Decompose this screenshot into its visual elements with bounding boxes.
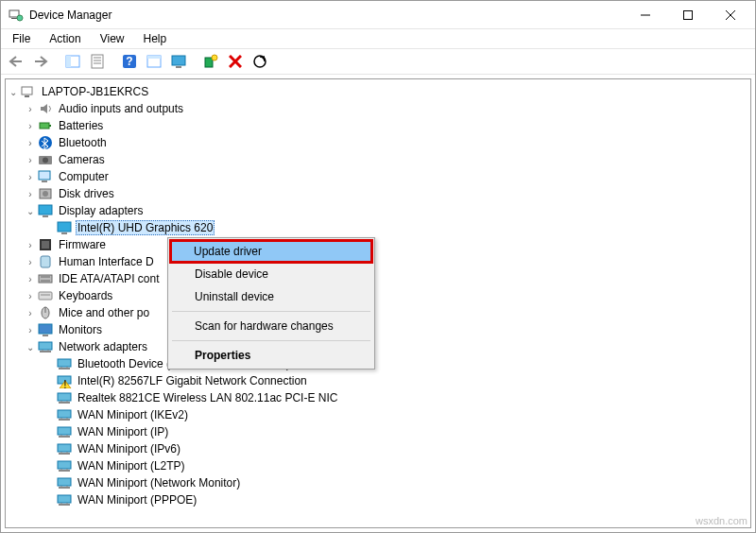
category-row[interactable]: ›Firmware	[6, 236, 750, 253]
context-item[interactable]: Scan for hardware changes	[170, 315, 372, 337]
minimize-button[interactable]	[624, 2, 666, 28]
expand-icon[interactable]: ›	[25, 103, 36, 114]
context-separator	[172, 311, 370, 312]
category-row[interactable]: ›IDE ATA/ATAPI cont	[6, 270, 750, 287]
context-item[interactable]: Properties	[170, 344, 372, 367]
category-row[interactable]: ⌄Display adapters	[6, 202, 750, 219]
svg-rect-27	[49, 125, 51, 127]
device-tree[interactable]: ⌄LAPTOP-JB1EKRCS›Audio inputs and output…	[5, 78, 751, 528]
expand-icon[interactable]: ›	[25, 256, 36, 267]
category-row[interactable]: ›Monitors	[6, 321, 750, 338]
expand-icon[interactable]: ›	[25, 273, 36, 284]
context-item[interactable]: Disable device	[170, 263, 372, 285]
maximize-button[interactable]	[666, 2, 709, 28]
network-icon	[57, 441, 72, 456]
svg-rect-8	[66, 56, 71, 67]
category-row[interactable]: ⌄Network adapters	[6, 338, 750, 355]
device-row[interactable]: WAN Miniport (IKEv2)	[6, 406, 750, 423]
help-button[interactable]: ?	[118, 50, 141, 73]
svg-rect-36	[43, 215, 48, 217]
category-label: Firmware	[57, 238, 108, 251]
expand-icon[interactable]: ›	[25, 120, 36, 131]
network-icon	[57, 407, 72, 422]
svg-rect-26	[40, 123, 49, 129]
expand-icon[interactable]: ⌄	[25, 205, 36, 216]
device-label: WAN Miniport (IP)	[76, 425, 170, 438]
category-label: Disk drives	[57, 187, 116, 200]
svg-rect-18	[176, 66, 181, 68]
device-row[interactable]: WAN Miniport (Network Monitor)	[6, 474, 750, 491]
svg-rect-77	[58, 461, 71, 469]
menu-action[interactable]: Action	[42, 30, 88, 47]
context-item[interactable]: Update driver	[169, 239, 373, 264]
svg-rect-85	[58, 495, 71, 503]
context-menu: Update driverDisable deviceUninstall dev…	[167, 237, 375, 370]
network-icon	[57, 492, 72, 507]
expand-icon[interactable]: ›	[25, 290, 36, 301]
forward-button[interactable]	[29, 50, 52, 73]
window-title: Device Manager	[29, 9, 624, 22]
firmware-icon	[38, 237, 53, 252]
category-row[interactable]: ›Computer	[6, 168, 750, 185]
device-row[interactable]: WAN Miniport (IP)	[6, 423, 750, 440]
category-row[interactable]: ›Disk drives	[6, 185, 750, 202]
svg-rect-78	[59, 470, 70, 472]
device-row[interactable]: Bluetooth Device (Personal Area Network)	[6, 355, 750, 372]
menu-view[interactable]: View	[93, 30, 132, 47]
scan-hardware-button[interactable]	[249, 50, 271, 73]
network-icon	[38, 339, 53, 354]
category-row[interactable]: ›Cameras	[6, 151, 750, 168]
monitor-icon	[38, 322, 53, 337]
bluetooth-icon	[38, 135, 53, 150]
device-row[interactable]: !Intel(R) 82567LF Gigabit Network Connec…	[6, 372, 750, 389]
expand-icon[interactable]: ›	[25, 188, 36, 199]
device-row[interactable]: Realtek 8821CE Wireless LAN 802.11ac PCI…	[6, 389, 750, 406]
expand-icon[interactable]: ›	[25, 307, 36, 318]
category-label: Network adapters	[57, 340, 149, 353]
expand-icon[interactable]: ›	[25, 239, 36, 250]
svg-rect-51	[39, 342, 52, 350]
collapse-icon[interactable]: ⌄	[8, 86, 19, 97]
expand-icon[interactable]: ›	[25, 324, 36, 335]
category-row[interactable]: ›Audio inputs and outputs	[6, 100, 750, 117]
device-row[interactable]: Intel(R) UHD Graphics 620	[6, 219, 750, 236]
expand-icon[interactable]: ›	[25, 171, 36, 182]
svg-rect-38	[61, 232, 67, 234]
camera-icon	[38, 152, 53, 167]
menu-file[interactable]: File	[5, 30, 38, 47]
menu-help[interactable]: Help	[136, 30, 175, 47]
expand-icon[interactable]: ›	[25, 137, 36, 148]
device-row[interactable]: WAN Miniport (PPPOE)	[6, 491, 750, 508]
network-icon	[57, 475, 72, 490]
expand-icon[interactable]: ⌄	[25, 341, 36, 352]
back-button[interactable]	[5, 50, 27, 73]
watermark: wsxdn.com	[696, 515, 747, 526]
tree-root[interactable]: ⌄LAPTOP-JB1EKRCS	[6, 83, 750, 100]
uninstall-button[interactable]	[224, 50, 247, 73]
show-hide-console-tree-button[interactable]	[61, 50, 84, 73]
category-label: Computer	[57, 170, 111, 183]
close-button[interactable]	[709, 2, 751, 28]
device-label: Intel(R) UHD Graphics 620	[76, 220, 215, 235]
category-label: Keyboards	[57, 289, 114, 302]
category-row[interactable]: ›Batteries	[6, 117, 750, 134]
svg-rect-81	[58, 478, 71, 486]
category-label: Display adapters	[57, 204, 145, 217]
device-row[interactable]: WAN Miniport (IPv6)	[6, 440, 750, 457]
properties-button[interactable]	[86, 50, 109, 73]
svg-rect-9	[92, 55, 103, 68]
expand-icon[interactable]: ›	[25, 154, 36, 165]
category-row[interactable]: ›Human Interface D	[6, 253, 750, 270]
options-button[interactable]	[143, 50, 165, 73]
monitor-button[interactable]	[167, 50, 190, 73]
device-row[interactable]: WAN Miniport (L2TP)	[6, 457, 750, 474]
category-row[interactable]: ›Bluetooth	[6, 134, 750, 151]
category-row[interactable]: ›Mice and other po	[6, 304, 750, 321]
category-label: Bluetooth	[57, 136, 109, 149]
category-row[interactable]: ›Keyboards	[6, 287, 750, 304]
add-legacy-hardware-button[interactable]	[199, 50, 222, 73]
svg-rect-17	[172, 56, 185, 65]
context-item[interactable]: Uninstall device	[170, 285, 372, 308]
svg-rect-31	[39, 171, 50, 180]
titlebar: Device Manager	[1, 1, 755, 29]
